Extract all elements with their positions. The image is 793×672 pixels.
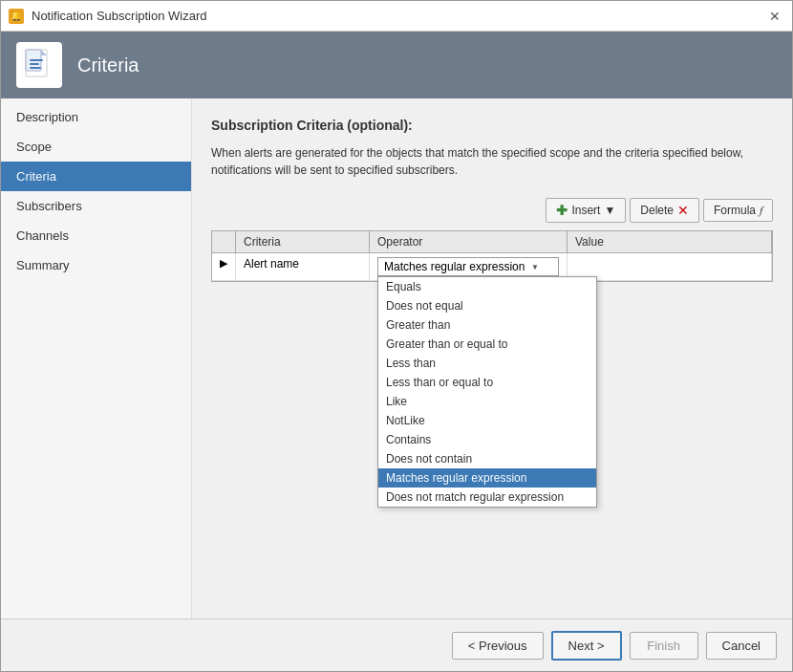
svg-rect-4 — [30, 63, 39, 65]
finish-button[interactable]: Finish — [630, 632, 698, 660]
insert-label: Insert — [571, 204, 600, 217]
delete-button[interactable]: Delete ✕ — [630, 198, 699, 223]
dropdown-item-notlike[interactable]: NotLike — [378, 411, 596, 430]
col-header-criteria: Criteria — [236, 231, 370, 253]
operator-current-value: Matches regular expression — [384, 260, 525, 273]
cancel-button[interactable]: Cancel — [706, 632, 777, 660]
dropdown-item-less-than-equal[interactable]: Less than or equal to — [378, 373, 596, 392]
criteria-value: Alert name — [244, 257, 299, 271]
insert-dropdown-icon: ▼ — [604, 204, 615, 217]
window-title: Notification Subscription Wizard — [32, 9, 207, 23]
document-icon — [22, 48, 56, 82]
insert-button[interactable]: ✚ Insert ▼ — [546, 198, 626, 223]
formula-icon: 𝑓 — [760, 204, 762, 217]
delete-label: Delete — [640, 204, 674, 217]
dropdown-item-contains[interactable]: Contains — [378, 430, 596, 449]
previous-button[interactable]: < Previous — [452, 632, 544, 660]
sidebar-item-channels[interactable]: Channels — [1, 221, 191, 250]
row-arrow: ▶ — [212, 253, 236, 281]
col-header-arrow — [212, 231, 236, 253]
dropdown-item-less-than[interactable]: Less than — [378, 354, 596, 373]
svg-rect-3 — [30, 59, 43, 61]
section-title: Subscription Criteria (optional): — [211, 118, 773, 133]
description-text: When alerts are generated for the object… — [211, 144, 773, 179]
formula-label: Formula — [714, 204, 756, 217]
title-bar: 🔔 Notification Subscription Wizard ✕ — [1, 1, 792, 32]
dropdown-item-does-not-match-regex[interactable]: Does not match regular expression — [378, 488, 596, 507]
value-cell — [568, 253, 772, 281]
header-banner: Criteria — [1, 32, 792, 98]
insert-icon: ✚ — [556, 203, 568, 218]
window: 🔔 Notification Subscription Wizard ✕ Cri… — [0, 0, 793, 672]
formula-button[interactable]: Formula 𝑓 — [703, 199, 773, 222]
dropdown-item-equals[interactable]: Equals — [378, 277, 596, 296]
sidebar-item-summary[interactable]: Summary — [1, 250, 191, 280]
content-area: Description Scope Criteria Subscribers C… — [1, 98, 792, 618]
toolbar: ✚ Insert ▼ Delete ✕ Formula 𝑓 — [211, 198, 773, 223]
col-header-operator: Operator — [370, 231, 568, 253]
dropdown-item-greater-than-equal[interactable]: Greater than or equal to — [378, 335, 596, 354]
operator-select-wrapper: Matches regular expression Equals Does n… — [377, 257, 559, 276]
sidebar: Description Scope Criteria Subscribers C… — [1, 98, 192, 618]
close-button[interactable]: ✕ — [765, 7, 784, 26]
next-button[interactable]: Next > — [551, 631, 622, 661]
criteria-cell: Alert name — [236, 253, 370, 281]
dropdown-item-like[interactable]: Like — [378, 392, 596, 411]
operator-cell: Matches regular expression Equals Does n… — [370, 253, 568, 281]
header-icon — [16, 42, 62, 88]
dropdown-item-does-not-contain[interactable]: Does not contain — [378, 449, 596, 468]
operator-dropdown-list: Equals Does not equal Greater than Great… — [377, 276, 597, 508]
footer: < Previous Next > Finish Cancel — [1, 618, 792, 671]
main-content: Subscription Criteria (optional): When a… — [192, 98, 792, 618]
title-bar-left: 🔔 Notification Subscription Wizard — [9, 9, 207, 24]
criteria-table: Criteria Operator Value ▶ Alert name — [212, 231, 772, 281]
operator-display[interactable]: Matches regular expression — [377, 257, 559, 276]
col-header-value: Value — [568, 231, 772, 253]
dropdown-item-greater-than[interactable]: Greater than — [378, 315, 596, 335]
sidebar-item-criteria[interactable]: Criteria — [1, 162, 191, 191]
delete-icon: ✕ — [677, 203, 689, 218]
dropdown-item-does-not-equal[interactable]: Does not equal — [378, 296, 596, 315]
table-row: ▶ Alert name Matches regular expression — [212, 253, 772, 281]
sidebar-item-subscribers[interactable]: Subscribers — [1, 191, 191, 221]
dropdown-item-matches-regex[interactable]: Matches regular expression — [378, 468, 596, 488]
app-icon: 🔔 — [9, 9, 24, 24]
criteria-table-wrapper: Criteria Operator Value ▶ Alert name — [211, 230, 773, 282]
svg-rect-5 — [30, 67, 41, 69]
sidebar-item-description[interactable]: Description — [1, 102, 191, 132]
header-title: Criteria — [77, 54, 139, 76]
sidebar-item-scope[interactable]: Scope — [1, 132, 191, 162]
